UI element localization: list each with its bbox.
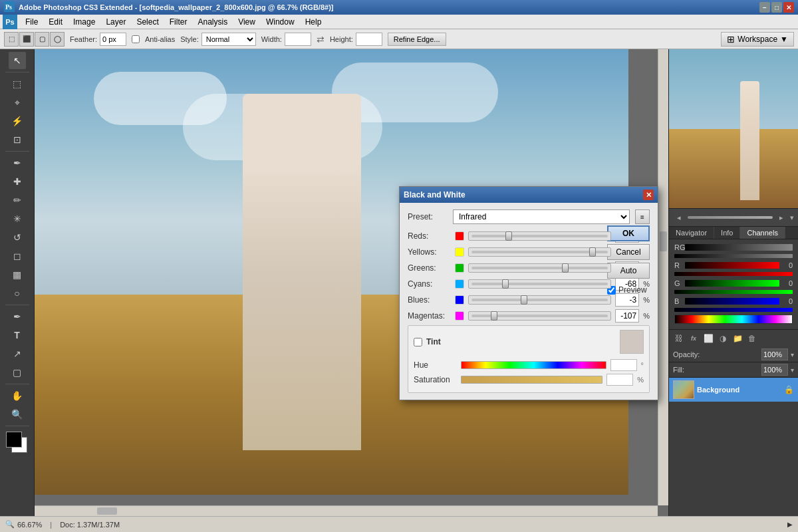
preset-row: Preset: Infrared Custom Default Maximum … [408,209,650,224]
menu-layer[interactable]: Layer [100,16,131,28]
menu-window[interactable]: Window [261,16,300,28]
refine-edge-button[interactable]: Refine Edge... [388,33,446,46]
panel-link-btn[interactable]: ⛓ [673,332,685,344]
magentas-thumb[interactable] [491,311,497,321]
menu-image[interactable]: Image [68,16,100,28]
reds-thumb[interactable] [505,231,512,241]
canvas-scrollbar-bottom[interactable] [35,505,658,516]
canvas-scrollbar-right[interactable] [658,49,668,505]
hue-value-input[interactable] [610,359,637,371]
foreground-color-swatch[interactable] [6,432,22,448]
menu-help[interactable]: Help [300,16,327,28]
tool-separator-2 [5,151,29,152]
tool-crop[interactable]: ⊡ [9,131,26,148]
magentas-value[interactable]: -107 [615,309,639,323]
dialog-cancel-button[interactable]: Cancel [607,244,650,260]
style-select[interactable]: Normal Fixed Ratio Fixed Size [201,33,256,46]
tool-dodge[interactable]: ○ [9,285,26,302]
feather-input[interactable] [100,33,126,46]
greens-thumb[interactable] [562,263,569,273]
minimize-button[interactable]: − [759,2,770,13]
status-forward-arrow[interactable]: ▶ [787,521,793,528]
menu-file[interactable]: File [20,16,43,28]
dialog-ok-button[interactable]: OK [607,225,650,241]
width-input[interactable] [285,33,311,46]
dialog-close-button[interactable]: ✕ [643,190,654,200]
scrollbar-right-thumb[interactable] [660,231,667,251]
preset-menu-button[interactable]: ≡ [635,209,650,224]
tool-hand[interactable]: ✋ [9,387,26,404]
blues-value[interactable]: -3 [615,293,639,307]
menu-analysis[interactable]: Analysis [192,16,233,28]
preset-select[interactable]: Infrared Custom Default Maximum Black Ma… [453,209,630,224]
tool-history-brush[interactable]: ↺ [9,229,26,246]
fill-input[interactable] [761,364,788,376]
tool-eraser[interactable]: ◻ [9,247,26,265]
zoom-value[interactable]: 66.67% [17,521,42,529]
menu-view[interactable]: View [233,16,261,28]
panel-adj-btn[interactable]: ◑ [717,332,729,344]
tool-eyedropper[interactable]: ✒ [9,154,26,172]
panel-mask-btn[interactable]: ⬜ [702,332,714,344]
tool-brush[interactable]: ✏ [9,192,26,209]
panel-fx-btn[interactable]: fx [688,332,700,344]
maximize-button[interactable]: □ [771,2,782,13]
layer-thumbnail [673,380,694,399]
tool-quick-select[interactable]: ⚡ [9,112,26,130]
yellows-slider[interactable] [468,247,611,257]
saturation-value-input[interactable] [606,374,633,386]
panel-folder-btn[interactable]: 📁 [732,332,743,344]
tool-marquee-rect[interactable]: ⬚ [9,75,26,92]
nav-left-btn[interactable]: ◂ [673,211,685,223]
yellows-thumb[interactable] [589,247,596,257]
height-group: Height: [330,33,382,46]
tool-pen[interactable]: ✒ [9,308,26,325]
nav-dropdown-arrow[interactable]: ▾ [790,213,794,222]
tool-zoom[interactable]: 🔍 [9,406,26,423]
opacity-fill-row: Opacity: ▾ [669,347,798,362]
close-button[interactable]: ✕ [783,2,794,13]
hue-unit: ° [641,361,644,369]
opacity-input[interactable] [761,348,788,360]
tool-gradient[interactable]: ▦ [9,266,26,283]
shape-rect-btn[interactable]: ⬚ [4,32,19,47]
tab-navigator[interactable]: Navigator [669,227,714,239]
fill-arrow[interactable]: ▾ [791,366,794,374]
blues-slider[interactable] [468,295,611,305]
shape-ellipse-btn[interactable]: ◯ [50,32,65,47]
tint-checkbox[interactable] [414,338,422,346]
menu-filter[interactable]: Filter [164,16,193,28]
greens-slider[interactable] [468,263,611,273]
scrollbar-bottom-thumb[interactable] [97,507,117,515]
shape-rect-fixed-btn[interactable]: ⬛ [19,32,34,47]
workspace-button[interactable]: ⊞ Workspace ▼ [721,32,794,47]
cyans-slider[interactable] [468,279,611,289]
tool-move[interactable]: ↖ [9,52,26,69]
menu-select[interactable]: Select [131,16,164,28]
nav-slider[interactable] [688,216,773,219]
dialog-auto-button[interactable]: Auto [607,263,650,279]
tool-clone[interactable]: ✳ [9,210,26,227]
cyans-color-dot [455,279,464,289]
blues-thumb[interactable] [521,295,527,305]
antialias-checkbox[interactable] [132,35,140,43]
tool-healing[interactable]: ✚ [9,173,26,190]
tab-info[interactable]: Info [714,227,740,239]
tool-lasso[interactable]: ⌖ [9,94,26,111]
tool-text[interactable]: T [9,327,26,344]
nav-right-btn[interactable]: ▸ [775,211,787,223]
color-swatches[interactable] [6,432,29,454]
height-input[interactable] [356,33,382,46]
shape-rounded-btn[interactable]: ▢ [35,32,49,47]
magentas-slider[interactable] [468,311,611,321]
reds-slider[interactable] [468,231,611,241]
tool-path-select[interactable]: ↗ [9,345,26,362]
layer-background-row[interactable]: Background 🔒 [669,378,798,402]
panel-trash-btn[interactable]: 🗑 [746,332,758,344]
channel-rgb-label: RGB [674,243,682,251]
tab-channels[interactable]: Channels [740,227,785,239]
menu-edit[interactable]: Edit [43,16,68,28]
cyans-thumb[interactable] [502,279,509,289]
opacity-arrow[interactable]: ▾ [791,351,794,358]
tool-shape[interactable]: ▢ [9,364,26,381]
